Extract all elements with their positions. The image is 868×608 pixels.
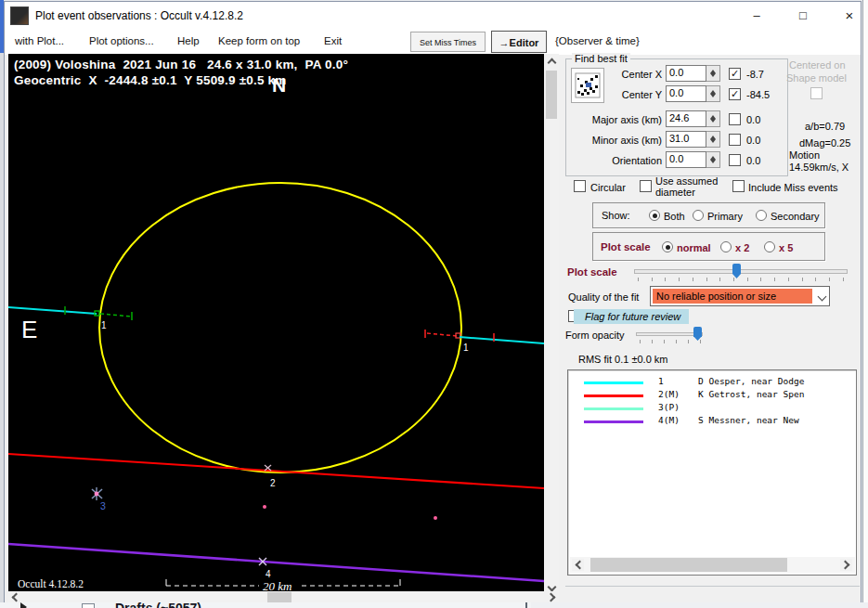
editor-button[interactable]: →Editor [491,31,547,53]
major-axis-checkbox[interactable] [729,113,741,125]
orientation-spinner[interactable] [706,151,720,168]
circular-label: Circular [590,182,626,193]
scroll-up-icon[interactable] [544,54,559,68]
form-opacity-label: Form opacity [565,330,625,341]
use-assumed-checkbox[interactable] [640,180,652,192]
minor-axis-checkbox[interactable] [729,134,741,146]
plot-scale-slider-track[interactable] [634,269,848,274]
dropdown-chevron-icon[interactable] [814,288,829,304]
background-window-strip: Drafts (~5057) [0,602,868,608]
quality-label: Quality of the fit [568,291,639,303]
orientation-label: Orientation [558,155,662,166]
show-both-radio[interactable] [649,210,660,221]
center-y-label: Center Y [558,89,662,100]
center-x-spinner[interactable] [706,65,720,82]
scale-x5-radio[interactable] [764,241,775,252]
title-bar: Plot event observations : Occult v.4.12.… [5,2,861,30]
minor-axis-input[interactable]: 31.0 [666,131,706,148]
show-both-label[interactable]: Both [664,211,685,222]
minor-axis-result: 0.0 [746,135,760,146]
minor-axis-spinner[interactable] [706,131,720,148]
background-right-strip [862,0,868,608]
legend-line-2 [584,395,643,397]
orientation-input[interactable]: 0.0 [666,151,706,168]
tree-expand-icon [20,602,27,608]
legend-line-3 [584,407,643,410]
include-miss-label: Include Miss events [748,182,838,193]
orientation-checkbox[interactable] [729,154,741,166]
menu-plot-options[interactable]: Plot options... [89,35,154,46]
maximize-icon[interactable]: □ [790,6,816,25]
scale-x2-radio[interactable] [720,241,732,252]
center-x-label: Center X [558,69,662,80]
plot-header-line1: (2009) Voloshina 2021 Jun 16 24.6 x 31.0… [14,58,348,71]
scale-normal-radio[interactable] [662,241,673,252]
center-x-result: -8.7 [746,69,764,80]
show-primary-radio[interactable] [693,210,704,221]
flag-review-highlight: Flag for future review [574,309,689,324]
major-axis-label: Major axis (km) [558,114,662,125]
show-primary-label[interactable]: Primary [707,211,743,222]
plot-scale-slider-label: Plot scale [567,266,617,278]
legend-hscrollbar[interactable] [570,557,855,573]
drafts-folder-label: Drafts (~5057) [115,602,201,608]
plot-vscroll-thumb[interactable] [546,71,557,119]
form-opacity-ticks [640,340,701,343]
form-opacity-track[interactable] [636,332,703,336]
scale-x5-label[interactable]: x 5 [779,242,793,253]
observer-time-label: {Observer & time} [555,35,640,46]
quality-dropdown[interactable]: No reliable position or size [650,286,830,306]
legend-scroll-left-icon[interactable] [572,559,584,571]
occult-window: Plot event observations : Occult v.4.12.… [4,1,862,603]
dmag-label: dMag=0.25 [799,137,850,149]
close-icon[interactable]: × [836,6,862,25]
quality-value: No reliable position or size [656,291,776,302]
chord4-label: 4 [266,569,271,579]
legend-hscroll-thumb[interactable] [590,558,787,572]
set-miss-times-button[interactable]: Set Miss Times [410,32,486,52]
menu-exit[interactable]: Exit [324,35,342,46]
quality-selected-highlight: No reliable position or size [653,289,812,304]
plot-hscroll-thumb[interactable] [267,592,291,602]
motion-label: Motion [789,149,820,161]
plot-scale-slider-thumb[interactable] [732,264,741,278]
scale-normal-label[interactable]: normal [677,242,711,253]
predicted-point-1 [263,505,266,509]
background-divider [525,602,527,608]
minimize-icon[interactable]: – [744,6,770,25]
chord1-right-label: 1 [463,343,469,353]
legend-scroll-right-icon[interactable] [840,559,852,571]
major-axis-input[interactable]: 24.6 [666,110,706,127]
use-assumed-label-1: Use assumed [655,175,718,187]
menu-help[interactable]: Help [177,35,200,46]
center-x-checkbox[interactable]: ✓ [729,68,741,80]
menu-keep-on-top[interactable]: Keep form on top [218,35,300,46]
include-miss-checkbox[interactable] [732,180,745,192]
legend-line-4 [584,420,643,423]
show-secondary-label[interactable]: Secondary [771,211,820,222]
menu-with-plot[interactable]: with Plot... [15,35,64,46]
plot-scale-group: Plot scale normal x 2 x 5 [592,232,825,261]
plot-header-line2: Geocentric X -2444.8 ±0.1 Y 5509.9 ±0.5 … [14,73,287,87]
shape-model-label: Shape model [786,72,847,84]
flag-review-label[interactable]: Flag for future review [585,311,680,322]
find-best-fit-title: Find best fit [572,53,630,64]
plot-vscrollbar[interactable] [544,54,559,595]
scale-x2-label[interactable]: x 2 [735,242,749,253]
center-y-spinner[interactable] [706,85,720,102]
legend-name-2: K Getrost, near Spen [698,389,804,399]
folder-icon [82,603,95,608]
chord2-line [8,454,544,488]
circular-checkbox[interactable] [574,180,586,192]
check-icon: ✓ [731,68,739,79]
center-y-checkbox[interactable]: ✓ [729,88,741,100]
plot-area[interactable]: 1 1 2 3 [8,54,544,595]
major-axis-spinner[interactable] [706,110,720,127]
legend-listbox[interactable]: 1 D Oesper, near Dodge 2(M) K Getrost, n… [567,369,857,576]
form-opacity-thumb[interactable] [693,327,702,341]
center-y-input[interactable]: 0.0 [666,85,706,102]
centered-on-label: Centered on [789,59,846,71]
chord1-line-right [460,337,544,343]
show-secondary-radio[interactable] [756,210,767,221]
center-x-input[interactable]: 0.0 [666,65,706,82]
